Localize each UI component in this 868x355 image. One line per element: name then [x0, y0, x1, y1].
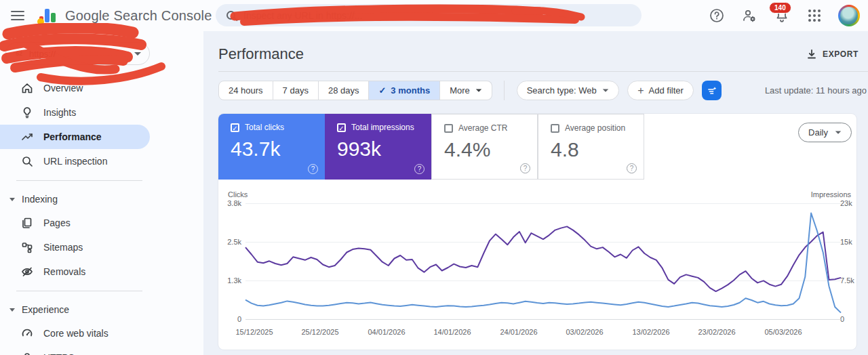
sidebar-item-label: URL inspection — [43, 156, 107, 167]
sidebar-item-overview[interactable]: Overview — [0, 76, 163, 100]
divider — [504, 81, 505, 100]
home-icon — [20, 81, 34, 95]
sidebar-item-insights[interactable]: Insights — [0, 100, 163, 125]
help-icon[interactable]: ? — [414, 164, 425, 174]
metric-label: Average CTR — [458, 123, 507, 133]
y-tick-left: 2.5k — [218, 238, 241, 246]
sidebar-section-experience[interactable]: Experience — [0, 298, 163, 321]
sidebar-item-pages[interactable]: Pages — [0, 211, 163, 235]
checkbox-unchecked-icon[interactable] — [551, 124, 559, 133]
interval-dropdown[interactable]: Daily — [798, 123, 852, 142]
sidebar-section-indexing[interactable]: Indexing — [0, 188, 163, 211]
divider — [16, 291, 142, 291]
metric-value: 993k — [337, 138, 431, 161]
range-7-days[interactable]: 7 days — [273, 81, 319, 100]
section-label: Indexing — [22, 194, 58, 205]
sidebar-item-label: HTTPS — [43, 352, 75, 355]
search-type-dropdown[interactable]: Search type: Web — [517, 81, 619, 100]
metric-label: Average position — [565, 123, 625, 133]
left-axis-title: Clicks — [228, 190, 248, 199]
property-label: https:// — [29, 49, 134, 59]
sidebar-item-label: Sitemaps — [43, 242, 83, 253]
checkbox-checked-icon[interactable]: ✓ — [337, 123, 346, 132]
y-tick-left: 1.3k — [218, 276, 241, 285]
help-icon[interactable]: ? — [627, 163, 637, 173]
right-axis-title: Impressions — [811, 190, 851, 199]
lightbulb-icon — [20, 106, 34, 119]
sidebar-item-label: Performance — [43, 131, 102, 142]
series-line-clicks — [245, 213, 841, 313]
sidebar-item-label: Overview — [43, 83, 83, 93]
lock-icon — [20, 351, 34, 355]
metric-card-average-ctr[interactable]: Average CTR 4.4% ? — [431, 114, 538, 180]
export-label: EXPORT — [823, 49, 859, 59]
sidebar-item-removals[interactable]: Removals — [0, 259, 163, 284]
x-tick: 25/12/2025 — [301, 328, 338, 336]
notification-badge: 140 — [769, 2, 791, 14]
metric-card-total-impressions[interactable]: ✓ Total impressions 993k ? — [325, 114, 431, 180]
x-tick: 03/02/2026 — [566, 328, 603, 336]
x-tick: 15/12/2025 — [235, 328, 273, 336]
metric-cards: ✓ Total clicks 43.7k ? ✓ Total impressio… — [218, 114, 644, 180]
last-update-text: Last update: 11 hours ago — [765, 85, 867, 96]
divider — [16, 180, 142, 181]
sidebar-item-label: Removals — [43, 266, 85, 277]
range-28-days[interactable]: 28 days — [319, 81, 370, 100]
x-tick: 14/01/2026 — [433, 328, 471, 336]
export-button[interactable]: EXPORT — [806, 49, 859, 60]
check-icon: ✓ — [378, 85, 386, 96]
metric-value: 4.4% — [444, 138, 537, 161]
chevron-down-icon — [603, 89, 609, 91]
range-more-dropdown[interactable]: More — [440, 81, 492, 100]
eye-off-icon — [20, 265, 34, 278]
plot-area[interactable] — [245, 203, 841, 320]
sidebar-item-label: Pages — [43, 217, 71, 228]
range-24-hours[interactable]: 24 hours — [218, 81, 273, 100]
user-settings-icon[interactable] — [741, 7, 758, 24]
x-tick: 13/02/2026 — [632, 328, 669, 336]
url-inspection-search-input[interactable]: Inspect any URL in https://... — [216, 4, 642, 26]
x-tick: 23/02/2026 — [698, 328, 735, 336]
help-icon[interactable]: ? — [308, 164, 318, 174]
trending-up-icon — [20, 130, 34, 144]
sitemaps-icon — [20, 241, 34, 254]
help-icon[interactable] — [708, 7, 726, 24]
property-selector-dropdown[interactable]: 52 https:// — [5, 42, 150, 65]
metric-card-total-clicks[interactable]: ✓ Total clicks 43.7k ? — [218, 114, 325, 180]
sidebar-item-https[interactable]: HTTPS — [0, 346, 163, 355]
notifications-bell-icon[interactable]: 140 — [773, 7, 791, 24]
google-apps-grid-icon[interactable] — [806, 7, 823, 24]
x-tick: 05/03/2026 — [764, 328, 802, 336]
chevron-down-icon — [835, 131, 842, 133]
help-icon[interactable]: ? — [520, 163, 530, 173]
hamburger-menu-icon[interactable] — [11, 11, 24, 20]
add-filter-button[interactable]: +Add filter — [627, 81, 694, 100]
range-3-months[interactable]: ✓3 months — [369, 81, 440, 100]
magnifier-icon — [20, 154, 34, 168]
x-tick: 04/01/2026 — [368, 328, 405, 336]
y-tick-left: 3.8k — [218, 199, 241, 207]
filter-settings-button[interactable] — [702, 81, 722, 100]
topbar-actions: 140 — [708, 0, 868, 31]
chart-svg — [245, 203, 841, 320]
sidebar-item-performance[interactable]: Performance — [0, 125, 150, 149]
filter-bar: 24 hours 7 days 28 days ✓3 months More S… — [218, 81, 868, 100]
y-tick-left: 0 — [218, 315, 241, 323]
performance-panel: ✓ Total clicks 43.7k ? ✓ Total impressio… — [218, 114, 856, 350]
series-line-impressions — [245, 226, 841, 291]
sidebar-item-label: Insights — [43, 107, 76, 118]
search-placeholder: Inspect any URL in https://... — [243, 10, 362, 21]
metric-value: 4.8 — [551, 138, 644, 161]
search-icon — [226, 11, 235, 20]
checkbox-unchecked-icon[interactable] — [444, 124, 453, 133]
metric-card-average-position[interactable]: Average position 4.8 ? — [538, 114, 644, 180]
pages-icon — [20, 216, 34, 230]
account-avatar[interactable] — [838, 5, 860, 26]
sidebar-item-url-inspection[interactable]: URL inspection — [0, 149, 163, 173]
plus-icon: + — [637, 85, 644, 97]
metric-value: 43.7k — [231, 138, 325, 161]
sidebar-item-sitemaps[interactable]: Sitemaps — [0, 235, 163, 259]
checkbox-checked-icon[interactable]: ✓ — [231, 123, 239, 132]
metric-label: Total impressions — [351, 123, 414, 132]
sidebar-item-core-web-vitals[interactable]: Core web vitals — [0, 321, 163, 346]
